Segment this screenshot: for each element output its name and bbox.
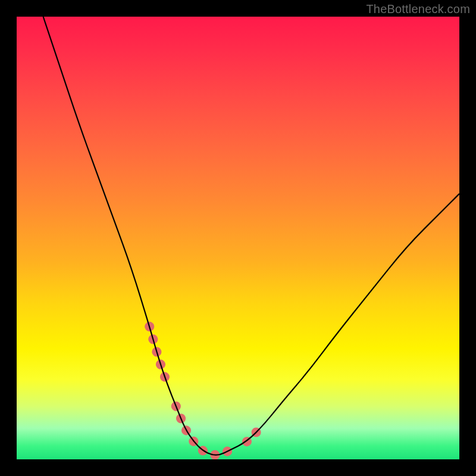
bottleneck-curve bbox=[43, 17, 459, 455]
curve-layer bbox=[17, 17, 459, 459]
chart-frame: TheBottleneck.com bbox=[0, 0, 476, 476]
plot-area bbox=[17, 17, 459, 459]
highlight-segment bbox=[176, 406, 229, 455]
watermark-text: TheBottleneck.com bbox=[366, 2, 470, 16]
highlight-segments bbox=[149, 327, 264, 455]
